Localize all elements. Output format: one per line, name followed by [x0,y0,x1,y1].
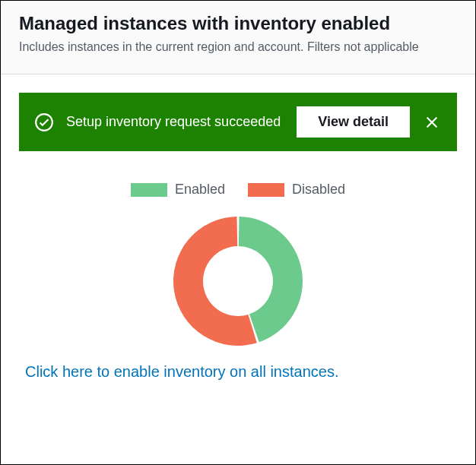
enable-all-link[interactable]: Click here to enable inventory on all in… [25,363,338,380]
svg-point-0 [36,114,52,131]
legend-item-enabled: Enabled [131,182,225,198]
legend-label-enabled: Enabled [175,182,225,198]
chart-area: Enabled Disabled [19,182,457,350]
chart-legend: Enabled Disabled [131,182,345,198]
check-circle-icon [34,112,54,132]
link-row: Click here to enable inventory on all in… [19,363,457,381]
inventory-panel: Managed instances with inventory enabled… [0,0,476,465]
success-alert: Setup inventory request succeeded View d… [19,93,457,151]
panel-header: Managed instances with inventory enabled… [1,1,475,74]
legend-swatch-enabled [131,183,167,197]
page-subtitle: Includes instances in the current region… [19,39,457,55]
legend-swatch-disabled [248,183,284,197]
view-detail-button[interactable]: View detail [297,106,410,138]
legend-item-disabled: Disabled [248,182,345,198]
close-icon[interactable] [422,112,442,132]
panel-content: Setup inventory request succeeded View d… [1,74,475,399]
donut-chart [170,213,306,350]
page-title: Managed instances with inventory enabled [19,13,457,34]
legend-label-disabled: Disabled [292,182,345,198]
alert-message: Setup inventory request succeeded [66,112,284,131]
